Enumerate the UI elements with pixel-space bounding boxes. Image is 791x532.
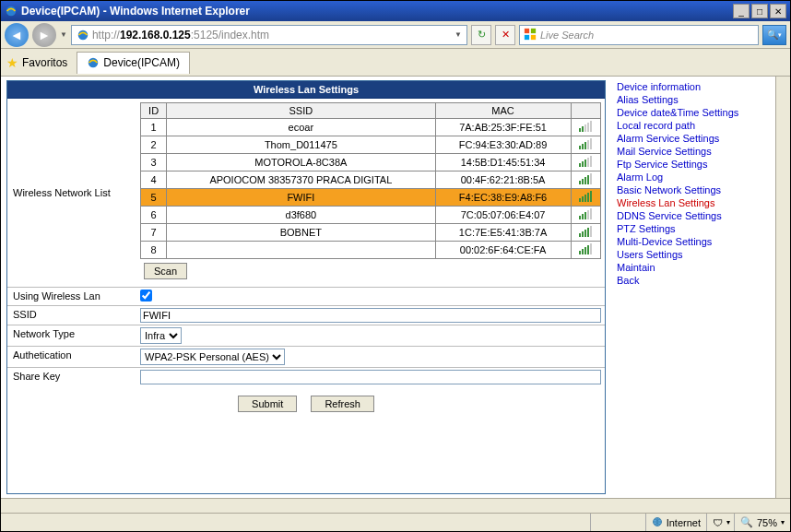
- wireless-list-label: Wireless Network List: [7, 99, 136, 287]
- address-bar[interactable]: http://192.168.0.125:5125/index.htm ▼: [71, 25, 467, 45]
- menu-item[interactable]: PTZ Settings: [613, 222, 770, 235]
- star-icon: ★: [6, 55, 18, 70]
- chevron-down-icon: ▾: [781, 518, 785, 526]
- refresh-page-button[interactable]: Refresh: [311, 396, 374, 412]
- settings-panel: Wireless Lan Settings Wireless Network L…: [6, 80, 606, 494]
- menu-item[interactable]: Local record path: [613, 119, 770, 132]
- protected-mode-indicator: 🛡 ▾: [706, 514, 734, 531]
- menu-item[interactable]: Ftp Service Settings: [613, 158, 770, 171]
- menu-item[interactable]: Maintain: [613, 261, 770, 274]
- close-button[interactable]: ✕: [770, 4, 786, 18]
- scan-button[interactable]: Scan: [144, 263, 187, 279]
- page-icon: [77, 29, 89, 41]
- menu-item[interactable]: Users Settings: [613, 248, 770, 261]
- table-row[interactable]: 3MOTOROLA-8C38A14:5B:D1:45:51:34: [141, 154, 601, 171]
- menu-item[interactable]: Basic Network Settings: [613, 183, 770, 196]
- signal-icon: [579, 191, 592, 202]
- tab-icon: [87, 56, 100, 69]
- back-button[interactable]: ◄: [5, 23, 29, 47]
- table-row[interactable]: 800:02:6F:64:CE:FA: [141, 242, 601, 259]
- menu-item[interactable]: Mail Service Settings: [613, 145, 770, 158]
- window-titlebar: Device(IPCAM) - Windows Internet Explore…: [1, 1, 790, 21]
- search-provider-icon: [524, 28, 537, 42]
- signal-icon: [579, 173, 592, 184]
- authentication-select[interactable]: WPA2-PSK Personal (AES): [140, 349, 285, 365]
- nav-dropdown-icon[interactable]: ▼: [60, 30, 67, 39]
- menu-item[interactable]: Wireless Lan Settings: [613, 196, 770, 209]
- signal-icon: [579, 156, 592, 167]
- stop-icon: ✕: [502, 29, 510, 41]
- favorites-button[interactable]: ★ Favoritos: [6, 55, 67, 70]
- url-dropdown-icon[interactable]: ▼: [452, 30, 465, 39]
- share-key-label: Share Key: [7, 368, 136, 386]
- table-row[interactable]: 7BOBNET1C:7E:E5:41:3B:7A: [141, 224, 601, 242]
- col-signal: [571, 103, 600, 119]
- security-zone: Internet: [645, 514, 706, 531]
- search-box[interactable]: Live Search: [519, 25, 759, 45]
- network-type-label: Network Type: [7, 325, 136, 346]
- submit-button[interactable]: Submit: [238, 396, 297, 412]
- ie-icon: [5, 5, 18, 18]
- menu-item[interactable]: Multi-Device Settings: [613, 235, 770, 248]
- signal-icon: [579, 121, 592, 132]
- table-row[interactable]: 1ecoar7A:AB:25:3F:FE:51: [141, 119, 601, 136]
- ssid-input[interactable]: [140, 308, 601, 323]
- svg-rect-3: [531, 28, 536, 32]
- globe-icon: [652, 516, 663, 529]
- table-row[interactable]: 5FWIFIF4:EC:38:E9:A8:F6: [141, 189, 601, 207]
- svg-rect-2: [525, 28, 529, 32]
- maximize-button[interactable]: □: [751, 4, 768, 18]
- forward-button[interactable]: ►: [32, 23, 56, 47]
- horizontal-scrollbar[interactable]: [1, 498, 790, 513]
- col-id: ID: [141, 103, 167, 119]
- ssid-label: SSID: [7, 306, 136, 325]
- menu-item[interactable]: Device date&Time Settings: [613, 106, 770, 119]
- section-title: Wireless Lan Settings: [7, 81, 605, 99]
- menu-item[interactable]: Back: [613, 274, 770, 287]
- zoom-control[interactable]: 🔍 75% ▾: [734, 514, 790, 531]
- browser-tab[interactable]: Device(IPCAM): [77, 52, 190, 74]
- window-title: Device(IPCAM) - Windows Internet Explore…: [21, 5, 733, 18]
- refresh-button[interactable]: ↻: [471, 25, 491, 45]
- signal-icon: [579, 208, 592, 219]
- menu-item[interactable]: Alarm Log: [613, 171, 770, 183]
- svg-rect-5: [531, 34, 536, 39]
- signal-icon: [579, 226, 592, 237]
- menu-item[interactable]: Device information: [613, 80, 770, 93]
- address-toolbar: ◄ ► ▼ http://192.168.0.125:5125/index.ht…: [1, 21, 790, 49]
- col-mac: MAC: [435, 103, 571, 119]
- table-row[interactable]: 6d3f6807C:05:07:06:E4:07: [141, 207, 601, 224]
- status-bar: Internet 🛡 ▾ 🔍 75% ▾: [1, 513, 790, 531]
- col-ssid: SSID: [167, 103, 435, 119]
- using-wireless-label: Using Wireless Lan: [7, 288, 136, 305]
- signal-icon: [579, 138, 592, 149]
- shield-icon: 🛡: [713, 517, 723, 528]
- menu-item[interactable]: DDNS Service Settings: [613, 209, 770, 222]
- network-type-select[interactable]: Infra: [140, 327, 182, 344]
- menu-item[interactable]: Alias Settings: [613, 93, 770, 106]
- network-table: ID SSID MAC 1ecoar7A:AB:25:3F:FE:512Thom…: [140, 102, 601, 259]
- share-key-input[interactable]: [140, 370, 601, 384]
- side-menu: Device informationAlias SettingsDevice d…: [613, 80, 770, 494]
- using-wireless-checkbox[interactable]: [140, 290, 152, 301]
- menu-item[interactable]: Alarm Service Settings: [613, 132, 770, 145]
- vertical-scrollbar[interactable]: [775, 77, 790, 498]
- svg-rect-4: [525, 34, 529, 39]
- stop-button[interactable]: ✕: [495, 25, 515, 45]
- table-row[interactable]: 4APOIOCOM 38357370 PRACA DIGITAL00:4F:62…: [141, 171, 601, 189]
- authentication-label: Authetication: [7, 347, 136, 367]
- signal-icon: [579, 243, 592, 254]
- refresh-icon: ↻: [478, 29, 486, 41]
- search-go-button[interactable]: 🔍▾: [762, 25, 786, 45]
- minimize-button[interactable]: _: [733, 4, 750, 18]
- tabs-toolbar: ★ Favoritos Device(IPCAM): [1, 49, 790, 77]
- zoom-icon: 🔍: [740, 516, 753, 528]
- table-row[interactable]: 2Thom_D011475FC:94:E3:30:AD:89: [141, 136, 601, 154]
